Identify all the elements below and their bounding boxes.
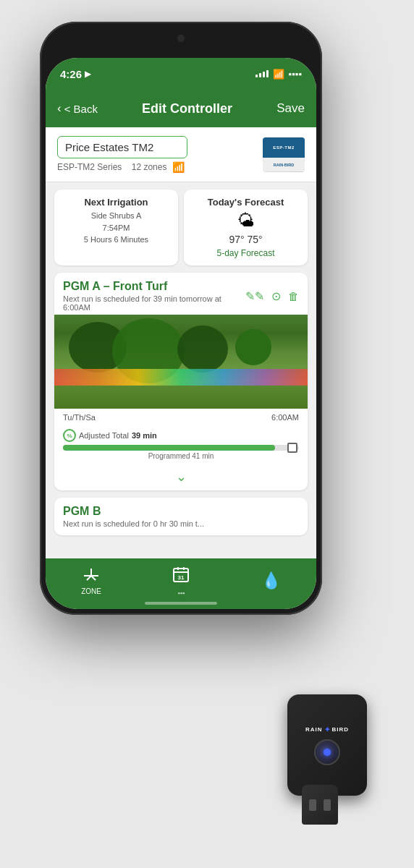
weather-icon: 🌤 [191,210,300,231]
device-dongle: RAIN ✦ BIRD [280,694,374,825]
delete-pgm-a-button[interactable]: 🗑 [288,290,299,302]
back-label: < Back [64,103,98,115]
back-chevron-icon: ‹ [57,101,62,116]
status-bar: 4:26 ▶ 📶 ▪▪▪▪ [46,58,316,90]
pgm-a-actions: ✎ ⊙ 🗑 [245,289,299,303]
progress-bar-fill [63,445,275,451]
pgm-a-header: PGM A – Front Turf Next run is scheduled… [54,273,308,315]
plug-prong-right [324,799,331,811]
zone-tab[interactable]: ZONE [81,567,101,595]
pgm-b-title: PGM B [63,505,299,518]
zone-icon [83,567,100,585]
dongle-body: RAIN ✦ BIRD [287,694,367,796]
adjusted-total-label: % Adjusted Total 39 min [63,429,157,442]
scroll-content: ESP-TM2 Series 12 zones 📶 ESP-TM2 [46,127,316,558]
pgm-b-subtitle: Next run is scheduled for 0 hr 30 min t.… [63,519,299,528]
forecast-card-title: Today's Forecast [191,197,300,208]
zone-tab-label: ZONE [81,587,101,595]
edit-pgm-a-button[interactable]: ✎ [245,289,264,303]
pgm-a-days: Tu/Th/Sa [63,413,96,422]
irrigation-program: Side Shrubs A 7:54PM 5 Hours 6 Minutes [62,210,171,246]
dongle-led [324,749,331,756]
next-irrigation-card[interactable]: Next Irrigation Side Shrubs A 7:54PM 5 H… [54,190,178,265]
chevron-down-icon: ⌄ [176,469,187,485]
water-drop-icon: 💧 [261,571,281,590]
controller-name-input[interactable] [57,136,187,158]
dongle-brand: RAIN ✦ BIRD [305,726,349,733]
calendar-icon: 31 [172,566,190,587]
signal-bar-1 [255,75,258,77]
nav-bar: ‹ < Back Edit Controller Save [46,90,316,127]
page-title: Edit Controller [142,101,232,116]
pgm-a-time: 6:00AM [271,413,299,422]
controller-header: ESP-TM2 Series 12 zones 📶 ESP-TM2 [46,127,316,182]
water-tab[interactable]: 💧 [261,571,281,590]
save-button[interactable]: Save [276,101,305,116]
pgm-a-schedule: Tu/Th/Sa 6:00AM [54,409,308,426]
controller-image: ESP-TM2 RAIN·BIRD [263,137,305,172]
home-indicator [145,602,217,605]
status-bar-left: 4:26 ▶ [60,68,90,80]
percent-icon: % [63,429,76,442]
phone-shell: 4:26 ▶ 📶 ▪▪▪▪ ‹ < [40,22,322,615]
phone-camera [177,35,185,42]
signal-bar-2 [259,73,261,77]
plug-prong-left [309,799,316,811]
pgm-b-section: PGM B Next run is scheduled for 0 hr 30 … [54,498,308,535]
progress-bar-marker [287,443,297,453]
pgm-a-subtitle: Next run is scheduled for 39 min tomorro… [63,294,245,312]
plug-prongs [309,799,331,811]
programmed-row: Programmed 41 min [63,452,299,460]
signal-bars [255,70,269,77]
dongle-button [314,739,340,765]
pgm-a-progress: % Adjusted Total 39 min Programmed [54,426,308,466]
back-button[interactable]: ‹ < Back [57,101,98,116]
pgm-a-title: PGM A – Front Turf [63,280,245,293]
controller-info: ESP-TM2 Series 12 zones 📶 [57,136,263,173]
pgm-a-section: PGM A – Front Turf Next run is scheduled… [54,273,308,490]
camera-pgm-a-button[interactable]: ⊙ [271,289,281,303]
status-bar-right: 📶 ▪▪▪▪ [255,69,302,80]
info-cards-row: Next Irrigation Side Shrubs A 7:54PM 5 H… [46,182,316,273]
dongle-plug [302,785,338,825]
schedule-tab[interactable]: 31 ▪▪▪ [172,566,190,597]
wifi-icon: 📶 [273,69,284,80]
irrigation-card-title: Next Irrigation [62,197,171,208]
progress-header-row: % Adjusted Total 39 min [63,429,299,442]
battery-icon: ▪▪▪▪ [289,69,302,80]
signal-bar-3 [263,72,265,77]
series-label: ESP-TM2 Series 12 zones [57,162,166,172]
time-display: 4:26 [60,68,82,80]
forecast-link[interactable]: 5-day Forecast [191,248,300,258]
svg-text:31: 31 [178,574,185,581]
controller-series: ESP-TM2 Series 12 zones 📶 [57,161,263,173]
pgm-a-garden-image [54,315,308,409]
expand-pgm-a-button[interactable]: ⌄ [54,466,308,490]
phone-screen: 4:26 ▶ 📶 ▪▪▪▪ ‹ < [46,58,316,609]
forecast-temperature: 97° 75° [191,234,300,245]
pgm-a-info: PGM A – Front Turf Next run is scheduled… [63,280,245,312]
schedule-tab-label: ▪▪▪ [178,590,185,597]
forecast-card[interactable]: Today's Forecast 🌤 97° 75° 5-day Forecas… [184,190,308,265]
signal-bar-4 [266,70,269,77]
wifi-status-icon: 📶 [172,161,185,173]
progress-bar [63,445,299,451]
location-icon: ▶ [85,69,90,79]
